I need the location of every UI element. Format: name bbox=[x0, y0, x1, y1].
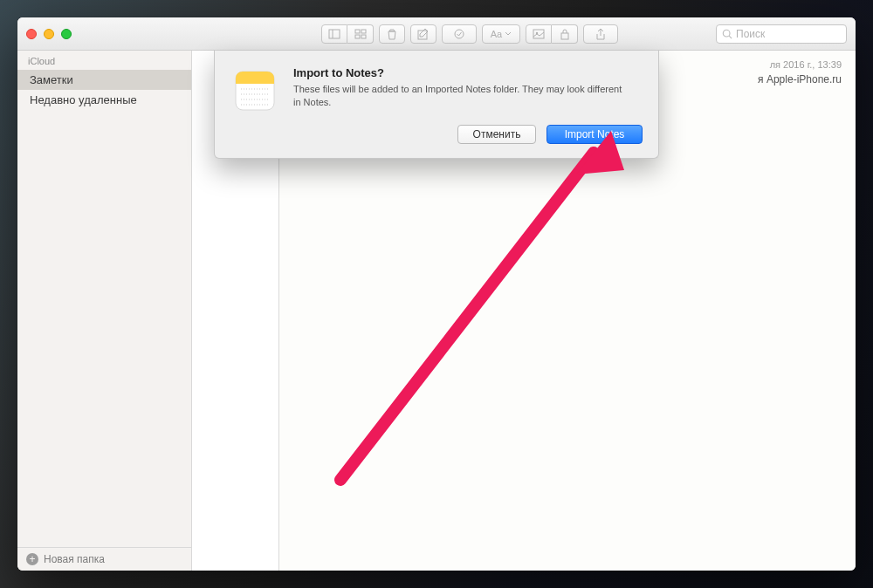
svg-rect-0 bbox=[329, 30, 340, 38]
format-button[interactable]: Aa bbox=[482, 24, 520, 44]
delete-note-button[interactable] bbox=[379, 24, 405, 44]
import-dialog: Import to Notes? These files will be add… bbox=[214, 51, 659, 159]
grid-view-icon bbox=[354, 29, 367, 39]
share-icon bbox=[595, 28, 606, 40]
svg-rect-10 bbox=[561, 33, 568, 39]
svg-rect-4 bbox=[355, 35, 360, 38]
attachment-button[interactable] bbox=[526, 24, 552, 44]
sidebar-item-recently-deleted[interactable]: Недавно удаленные bbox=[17, 90, 191, 110]
import-notes-button-label: Import Notes bbox=[565, 128, 625, 140]
svg-point-11 bbox=[723, 30, 730, 37]
svg-line-12 bbox=[729, 36, 732, 38]
new-note-button[interactable] bbox=[410, 24, 436, 44]
search-icon bbox=[722, 29, 732, 39]
dialog-body: Import to Notes? These files will be add… bbox=[293, 66, 643, 144]
svg-point-7 bbox=[455, 30, 464, 38]
lock-button[interactable] bbox=[552, 24, 578, 44]
share-button[interactable] bbox=[583, 24, 618, 44]
dialog-buttons: Отменить Import Notes bbox=[293, 125, 643, 144]
svg-rect-2 bbox=[355, 30, 360, 33]
new-folder-button[interactable]: + Новая папка bbox=[17, 547, 191, 571]
chevron-down-icon bbox=[505, 31, 512, 37]
new-folder-label: Новая папка bbox=[44, 553, 105, 565]
dialog-title: Import to Notes? bbox=[293, 66, 643, 79]
toolbar: Aa bbox=[321, 24, 618, 44]
checklist-button[interactable] bbox=[442, 24, 477, 44]
view-mode-segment bbox=[321, 24, 374, 44]
notes-app-icon bbox=[230, 66, 279, 115]
cancel-button[interactable]: Отменить bbox=[457, 125, 536, 144]
plus-icon: + bbox=[26, 553, 38, 565]
sidebar-item-label: Заметки bbox=[30, 73, 73, 86]
search-placeholder: Поиск bbox=[736, 28, 765, 40]
format-icon: Aa bbox=[491, 29, 502, 39]
sidebar-item-label: Недавно удаленные bbox=[30, 93, 137, 106]
window-titlebar: Aa Поиск bbox=[17, 17, 856, 51]
svg-rect-15 bbox=[236, 79, 274, 84]
sidebar-item-notes[interactable]: Заметки bbox=[17, 70, 191, 90]
import-notes-button[interactable]: Import Notes bbox=[546, 125, 643, 144]
list-view-icon bbox=[328, 29, 340, 39]
grid-view-button[interactable] bbox=[347, 24, 374, 44]
checklist-icon bbox=[453, 28, 465, 40]
svg-rect-3 bbox=[361, 30, 366, 33]
search-field[interactable]: Поиск bbox=[716, 24, 847, 44]
trash-icon bbox=[387, 28, 397, 40]
list-view-button[interactable] bbox=[321, 24, 347, 44]
compose-icon bbox=[417, 28, 430, 40]
cancel-button-label: Отменить bbox=[473, 128, 521, 140]
dialog-message: These files will be added to an Imported… bbox=[293, 83, 625, 109]
window-controls bbox=[26, 29, 72, 39]
zoom-button[interactable] bbox=[61, 29, 72, 39]
photo-icon bbox=[533, 28, 545, 40]
attach-segment bbox=[526, 24, 578, 44]
sidebar-group-label: iCloud bbox=[17, 51, 191, 70]
minimize-button[interactable] bbox=[44, 29, 54, 39]
folders-sidebar: iCloud Заметки Недавно удаленные + Новая… bbox=[17, 51, 192, 571]
lock-icon bbox=[560, 28, 570, 40]
svg-rect-5 bbox=[361, 35, 366, 38]
notes-app-window: Aa Поиск iCloud Заметки bbox=[17, 17, 856, 571]
close-button[interactable] bbox=[26, 29, 37, 39]
